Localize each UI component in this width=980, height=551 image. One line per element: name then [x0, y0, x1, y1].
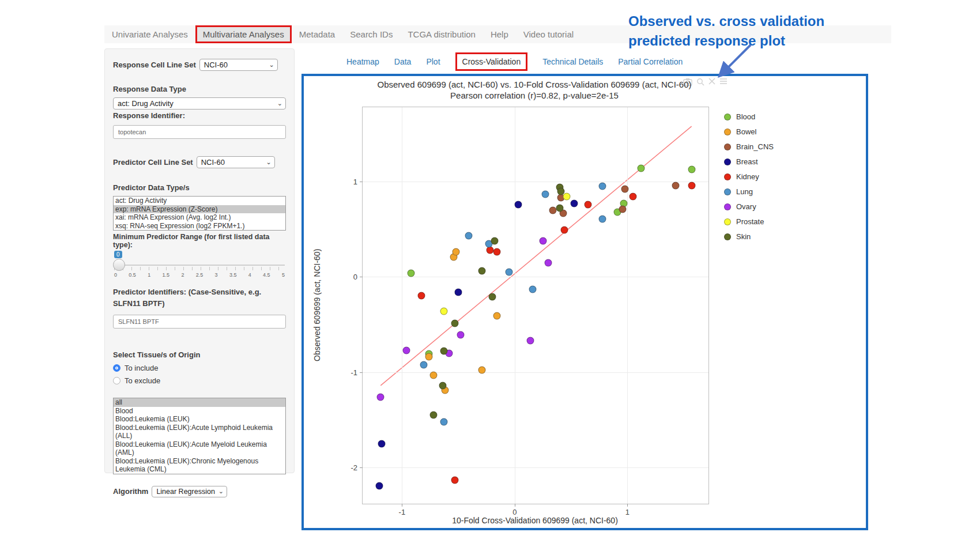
- control-sidebar: Response Cell Line Set NCI-60 ⌄ Response…: [104, 48, 295, 473]
- response-identifier-label: Response Identifier:: [113, 111, 286, 120]
- scatter-point-blood: [688, 165, 695, 173]
- tissue-option[interactable]: Blood: [114, 407, 285, 416]
- scatter-point-lung: [599, 183, 606, 190]
- scatter-point-breast: [376, 482, 383, 489]
- algorithm-select[interactable]: Linear Regression ⌄: [152, 486, 227, 497]
- scatter-point-skin: [557, 187, 564, 195]
- y-gridline: [363, 467, 708, 468]
- y-tick-mark: [360, 467, 363, 468]
- slider-tick-label: 2.5: [196, 272, 203, 278]
- tissue-radio-to-exclude[interactable]: To exclude: [113, 376, 286, 385]
- predictor-data-type-option[interactable]: act: Drug Activity: [114, 197, 285, 205]
- slider-handle[interactable]: [113, 259, 125, 271]
- scatter-point-bowel: [430, 371, 438, 379]
- predictor-cell-line-set-select[interactable]: NCI-60 ⌄: [197, 156, 275, 168]
- tissue-option[interactable]: all: [114, 398, 285, 407]
- scatter-point-ovary: [545, 259, 552, 266]
- x-tick-label: 0: [512, 508, 517, 516]
- response-data-type-value: act: Drug Activity: [118, 99, 174, 108]
- nav-item-multivariate-analyses[interactable]: Multivariate Analyses: [195, 25, 292, 43]
- y-tick-mark: [360, 372, 363, 373]
- legend-item-breast[interactable]: Breast: [724, 157, 774, 166]
- scatter-point-skin: [478, 267, 486, 275]
- chevron-down-icon: ⌄: [266, 158, 271, 166]
- y-axis-title: Observed 609699 (act, NCI-60): [308, 107, 326, 503]
- radio-icon[interactable]: [113, 364, 120, 372]
- x-gridline: [515, 107, 515, 504]
- slider-tick-label: 1: [148, 272, 150, 278]
- tissue-option[interactable]: Blood:Leukemia (LEUK):Acute Lymphoid Leu…: [114, 424, 285, 440]
- scatter-point-brain_cns: [619, 205, 627, 213]
- tab-plot[interactable]: Plot: [426, 57, 440, 66]
- legend-color-dot: [724, 173, 731, 180]
- tab-technical-details[interactable]: Technical Details: [542, 57, 603, 66]
- legend-item-kidney[interactable]: Kidney: [724, 172, 774, 181]
- scatter-point-skin: [439, 382, 446, 389]
- legend-item-brain_cns[interactable]: Brain_CNS: [724, 142, 774, 151]
- radio-label: To include: [125, 364, 159, 372]
- scatter-point-lung: [529, 285, 537, 293]
- chevron-down-icon: ⌄: [277, 100, 282, 107]
- tissue-option[interactable]: Blood:Leukemia (LEUK):Chronic Myelogenou…: [114, 457, 285, 474]
- scatter-point-lung: [440, 418, 447, 425]
- response-cell-line-set-label: Response Cell Line Set: [113, 61, 196, 69]
- predictor-data-type-option[interactable]: xsq: RNA-seq Expression (log2 FPKM+1.): [114, 222, 285, 231]
- chevron-down-icon: ⌄: [269, 61, 274, 69]
- legend-item-lung[interactable]: Lung: [724, 187, 774, 196]
- tab-partial-correlation[interactable]: Partial Correlation: [618, 57, 683, 66]
- predictor-data-type-option[interactable]: xai: mRNA Expression (Avg. log2 Int.): [114, 213, 285, 222]
- tab-cross-validation[interactable]: Cross-Validation: [455, 52, 528, 71]
- slider-tick-label: 1.5: [163, 272, 170, 278]
- nav-item-video-tutorial[interactable]: Video tutorial: [516, 25, 581, 43]
- x-tick-mark: [627, 504, 628, 507]
- response-data-type-select[interactable]: act: Drug Activity ⌄: [113, 97, 286, 110]
- tissue-origin-radios: To includeTo exclude: [113, 364, 286, 385]
- slider-track[interactable]: [114, 265, 285, 266]
- legend-item-bowel[interactable]: Bowel: [724, 127, 774, 136]
- legend-item-blood[interactable]: Blood: [724, 112, 774, 121]
- response-cell-line-set-select[interactable]: NCI-60 ⌄: [199, 59, 278, 71]
- legend-color-dot: [724, 203, 731, 210]
- radio-label: To exclude: [125, 376, 160, 385]
- legend-item-prostate[interactable]: Prostate: [724, 217, 774, 226]
- scatter-point-kidney: [584, 201, 591, 208]
- scatter-point-ovary: [457, 331, 465, 339]
- slider-tick-labels: 00.511.522.533.544.55: [114, 272, 285, 278]
- nav-item-search-ids[interactable]: Search IDs: [342, 25, 400, 43]
- nav-item-univariate-analyses[interactable]: Univariate Analyses: [104, 25, 195, 43]
- tab-data[interactable]: Data: [394, 57, 412, 66]
- chevron-down-icon: ⌄: [218, 488, 224, 495]
- legend-label: Bowel: [736, 127, 756, 136]
- predictor-data-types-label: Predictor Data Type/s: [113, 183, 286, 192]
- nav-item-tcga-distribution[interactable]: TCGA distribution: [400, 25, 483, 43]
- scatter-point-lung: [465, 232, 472, 240]
- slider-tick-label: 2: [181, 272, 184, 278]
- x-axis-title: 10-Fold Cross-Validation 609699 (act, NC…: [362, 516, 708, 525]
- tissue-option[interactable]: Blood:Leukemia (LEUK):Acute Myeloid Leuk…: [114, 440, 285, 457]
- annotation-line1: Observed vs. cross validation: [628, 12, 870, 31]
- x-gridline: [402, 107, 402, 504]
- scatter-point-breast: [514, 201, 522, 208]
- scatter-point-bowel: [453, 248, 460, 256]
- scatter-point-breast: [455, 288, 462, 296]
- x-tick-mark: [515, 504, 515, 507]
- predictor-identifiers-input[interactable]: [113, 315, 286, 329]
- predictor-data-types-listbox: act: Drug Activityexp: mRNA Expression (…: [113, 196, 286, 231]
- tab-heatmap[interactable]: Heatmap: [346, 57, 379, 66]
- scatter-point-skin: [491, 237, 498, 244]
- tissue-option[interactable]: Blood:Leukemia (LEUK): [114, 415, 285, 424]
- app-screen: Univariate AnalysesMultivariate Analyses…: [0, 0, 980, 551]
- slider-tick-label: 3: [215, 272, 218, 278]
- y-tick-label: 1: [353, 178, 357, 186]
- scatter-point-brain_cns: [621, 186, 629, 193]
- nav-item-metadata[interactable]: Metadata: [292, 25, 343, 43]
- legend-item-skin[interactable]: Skin: [724, 232, 774, 241]
- predictor-data-type-option[interactable]: exp: mRNA Expression (Z-Score): [114, 205, 285, 214]
- response-identifier-input[interactable]: [113, 125, 286, 139]
- radio-icon[interactable]: [113, 377, 120, 384]
- nav-item-help[interactable]: Help: [483, 25, 516, 43]
- tissue-radio-to-include[interactable]: To include: [113, 364, 286, 372]
- slider-tick-label: 4: [248, 272, 251, 278]
- legend-label: Kidney: [736, 172, 759, 181]
- legend-item-ovary[interactable]: Ovary: [724, 202, 774, 211]
